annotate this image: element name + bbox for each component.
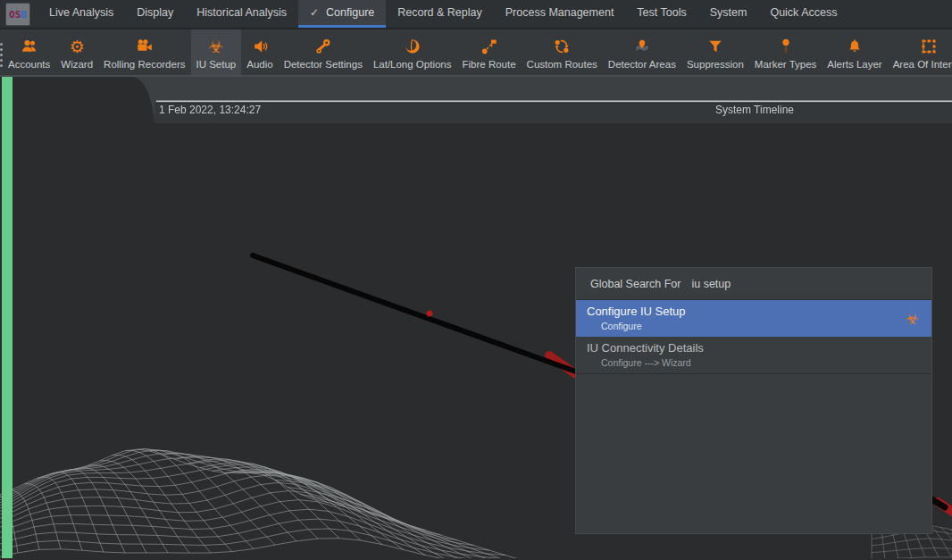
- toolbar-button-label: Marker Types: [755, 59, 816, 70]
- toolbar-items: Accounts⚙WizardRolling Recorders☣IU Setu…: [3, 29, 952, 75]
- toolbar-button-label: Custom Routes: [527, 59, 597, 70]
- menu-item-system[interactable]: System: [698, 0, 759, 28]
- toolbar-button-detector-settings[interactable]: Detector Settings: [279, 29, 368, 75]
- menu-item-label: Test Tools: [637, 6, 686, 19]
- menu-item-label: Live Analysis: [49, 6, 113, 19]
- search-result-iu-connectivity-details[interactable]: IU Connectivity DetailsConfigure ---> Wi…: [576, 337, 931, 374]
- search-label: Global Search For: [590, 278, 681, 290]
- menu-item-process-management[interactable]: Process Management: [494, 0, 626, 28]
- toolbar-button-label: Lat/Long Options: [373, 59, 452, 70]
- menu-item-record-replay[interactable]: Record & Replay: [386, 0, 494, 28]
- menu-item-label: System: [710, 6, 747, 19]
- toolbar-button-area-of-interest[interactable]: Area Of Interest: [888, 29, 952, 75]
- menu-item-label: Configure: [326, 6, 374, 19]
- toolbar-button-iu-setup[interactable]: ☣IU Setup: [191, 29, 242, 75]
- menu-item-label: Record & Replay: [397, 6, 482, 19]
- toolbar-button-accounts[interactable]: Accounts: [3, 29, 55, 75]
- menu-bar: OSB Live AnalysisDisplayHistorical Analy…: [0, 0, 952, 29]
- toolbar-button-label: Detector Areas: [608, 59, 676, 70]
- bell-icon: [846, 37, 864, 56]
- menu-item-display[interactable]: Display: [125, 0, 185, 28]
- app-logo[interactable]: OSB: [5, 3, 30, 26]
- toolbar-button-alerts-layer[interactable]: Alerts Layer: [822, 29, 887, 75]
- toolbar-button-fibre-route[interactable]: Fibre Route: [456, 29, 521, 75]
- menu-item-live-analysis[interactable]: Live Analysis: [38, 0, 125, 28]
- toolbar-button-label: Detector Settings: [284, 59, 363, 70]
- toolbar-button-label: Accounts: [8, 59, 50, 70]
- timeline-band: [0, 77, 952, 123]
- global-search-popup: Global Search Foriu setup Configure IU S…: [575, 267, 932, 534]
- biohazard-icon: ☣: [208, 37, 223, 56]
- map-3d-viewport[interactable]: 1 Feb 2022, 13:24:27 System Timeline Glo…: [0, 77, 952, 558]
- toolbar-button-wizard[interactable]: ⚙Wizard: [55, 29, 98, 75]
- menu-item-configure[interactable]: ✓Configure: [298, 0, 386, 28]
- menu-item-historical-analysis[interactable]: Historical Analysis: [185, 0, 298, 28]
- biohazard-icon: ☣: [906, 310, 919, 328]
- toolbar-button-suppression[interactable]: Suppression: [681, 29, 749, 75]
- timeline-timestamp: 1 Feb 2022, 13:24:27: [159, 104, 261, 116]
- app-logo-text: OS: [9, 9, 21, 21]
- menu-item-label: Historical Analysis: [196, 6, 287, 19]
- menu-item-test-tools[interactable]: Test Tools: [625, 0, 697, 28]
- menu-item-quick-access[interactable]: Quick Access: [758, 0, 848, 28]
- wrench-gear-icon: [314, 37, 332, 56]
- search-popup-header: Global Search Foriu setup: [576, 268, 931, 300]
- toolbar-button-marker-types[interactable]: Marker Types: [749, 29, 822, 75]
- toolbar-button-label: Suppression: [687, 59, 744, 70]
- gear-icon: ⚙: [70, 37, 85, 56]
- checkmark-icon: ✓: [310, 6, 319, 19]
- toolbar-button-label: Area Of Interest: [893, 59, 952, 70]
- globe-icon: [404, 37, 422, 56]
- result-title: IU Connectivity Details: [587, 341, 931, 355]
- toolbar-button-label: IU Setup: [196, 59, 237, 70]
- main-menu: Live AnalysisDisplayHistorical Analysis✓…: [38, 0, 848, 28]
- toolbar-button-detector-areas[interactable]: Detector Areas: [603, 29, 681, 75]
- speaker-icon: [251, 37, 269, 56]
- toolbar-button-audio[interactable]: Audio: [241, 29, 278, 75]
- marker-pin-icon: [777, 37, 795, 56]
- map-pin-icon: [633, 37, 651, 56]
- search-results-list: Configure IU SetupConfigure☣IU Connectiv…: [576, 300, 931, 374]
- search-result-configure-iu-setup[interactable]: Configure IU SetupConfigure☣: [576, 300, 931, 337]
- toolbar-button-rolling-recorders[interactable]: Rolling Recorders: [98, 29, 190, 75]
- toolbar-button-label: Wizard: [61, 59, 93, 70]
- menu-item-label: Display: [137, 6, 173, 19]
- toolbar-button-label: Rolling Recorders: [104, 59, 185, 70]
- search-query[interactable]: iu setup: [691, 278, 731, 290]
- video-camera-icon: [136, 37, 154, 56]
- toolbar-button-custom-routes[interactable]: Custom Routes: [522, 29, 603, 75]
- system-timeline-bar[interactable]: 1 Feb 2022, 13:24:27 System Timeline: [0, 77, 952, 123]
- accounts-icon: [21, 37, 38, 56]
- toolbar-button-label: Alerts Layer: [827, 59, 881, 70]
- toolbar: Accounts⚙WizardRolling Recorders☣IU Setu…: [0, 29, 952, 77]
- selection-area-icon: [920, 37, 938, 56]
- custom-routes-icon: [553, 37, 571, 56]
- result-title: Configure IU Setup: [587, 305, 931, 318]
- timeline-title: System Timeline: [625, 104, 884, 116]
- menu-item-label: Quick Access: [770, 6, 837, 19]
- fibre-status-bar: [2, 77, 13, 558]
- toolbar-button-label: Audio: [246, 59, 272, 70]
- menu-item-label: Process Management: [505, 6, 614, 19]
- toolbar-button-lat-long-options[interactable]: Lat/Long Options: [368, 29, 457, 75]
- toolbar-button-label: Fibre Route: [462, 59, 515, 70]
- fibre-route-icon: [480, 37, 498, 56]
- result-subtitle: Configure: [587, 321, 931, 331]
- funnel-icon: [706, 37, 724, 56]
- result-subtitle: Configure ---> Wizard: [587, 357, 931, 368]
